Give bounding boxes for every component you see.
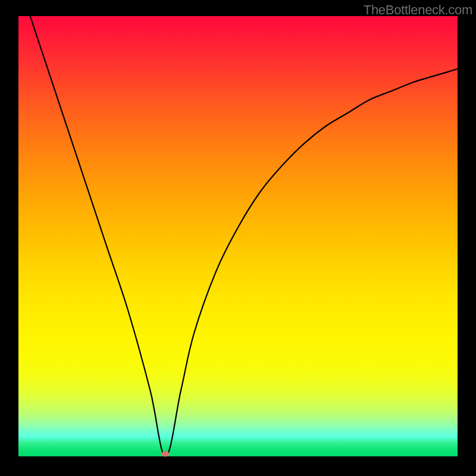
bottleneck-curve: [18, 16, 458, 456]
attribution-text: TheBottleneck.com: [364, 2, 472, 18]
gradient-plot-area: [18, 16, 458, 456]
minimum-marker: [162, 451, 170, 456]
curve-svg: [18, 16, 458, 456]
